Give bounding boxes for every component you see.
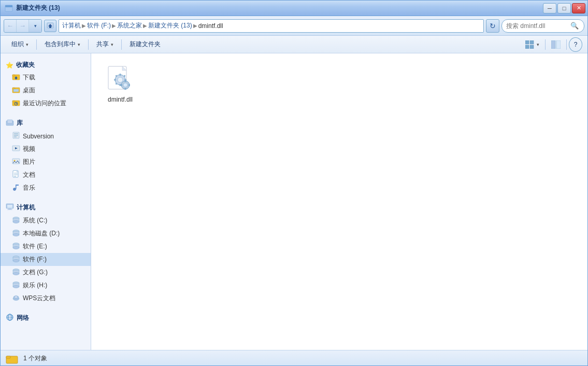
toolbar-divider-2: [88, 39, 89, 50]
breadcrumb-part-3[interactable]: 系统之家: [117, 21, 142, 30]
sidebar-item-h-drive[interactable]: 娱乐 (H:): [1, 279, 91, 292]
breadcrumb-part-4[interactable]: 新建文件夹 (13): [148, 21, 192, 30]
share-label: 共享: [96, 40, 109, 49]
organize-label: 组织: [11, 40, 24, 49]
document-icon: [12, 170, 20, 180]
svg-rect-1: [5, 5, 12, 7]
picture-lib-icon: [12, 157, 20, 165]
toolbar: 组织 ▾ 包含到库中 ▾ 共享 ▾ 新建文件夹 ▾ ?: [1, 36, 587, 53]
new-folder-label: 新建文件夹: [130, 40, 161, 49]
title-bar-controls: ─ □ ✕: [543, 3, 585, 13]
favorites-label: 收藏夹: [16, 61, 35, 69]
svg-rect-8: [551, 40, 555, 49]
dropdown-nav-button[interactable]: ▾: [29, 20, 41, 32]
up-button[interactable]: [44, 20, 56, 32]
sidebar-item-e-drive[interactable]: 软件 (E:): [1, 240, 91, 253]
desktop-label: 桌面: [23, 86, 35, 95]
video-icon: [12, 144, 20, 154]
disk-icon-e: [12, 242, 20, 250]
file-item-dmintf[interactable]: dmintf.dll: [99, 62, 141, 107]
svg-point-51: [13, 247, 19, 249]
title-bar-left: 新建文件夹 (13): [5, 4, 60, 12]
computer-icon: [6, 203, 14, 211]
document-lib-icon: [12, 170, 20, 178]
network-section-icon: [6, 313, 14, 323]
svg-point-73: [118, 77, 123, 82]
music-label: 音乐: [23, 184, 35, 192]
f-drive-label: 软件 (F:): [23, 255, 47, 264]
sidebar-item-f-drive[interactable]: 软件 (F:): [1, 253, 91, 266]
toolbar-divider-4: [545, 39, 546, 50]
include-library-label: 包含到库中: [45, 40, 76, 49]
breadcrumb[interactable]: 计算机 ▶ 软件 (F:) ▶ 系统之家 ▶ 新建文件夹 (13) ▶ dmin…: [59, 19, 484, 33]
breadcrumb-part-2[interactable]: 软件 (F:): [87, 21, 111, 30]
svg-rect-84: [125, 80, 126, 82]
status-bar: 1 个对象: [1, 350, 587, 366]
disk-icon-d: [12, 229, 20, 237]
search-icon: 🔍: [570, 22, 579, 30]
sidebar-item-subversion[interactable]: Subversion: [1, 130, 91, 143]
search-input[interactable]: [506, 22, 568, 30]
help-button[interactable]: ?: [569, 37, 582, 52]
svg-rect-7: [530, 45, 534, 49]
e-drive-label: 软件 (E:): [23, 242, 47, 251]
sidebar-item-g-drive[interactable]: 文档 (G:): [1, 266, 91, 279]
sidebar-item-wps[interactable]: WPS云文档: [1, 292, 91, 305]
refresh-button[interactable]: ↻: [486, 19, 499, 33]
sidebar-item-music[interactable]: 音乐: [1, 181, 91, 194]
svg-rect-17: [12, 101, 15, 102]
network-icon: [6, 313, 14, 321]
window-title: 新建文件夹 (13): [16, 4, 60, 12]
status-count: 1 个对象: [23, 354, 47, 363]
include-dropdown-arrow: ▾: [78, 42, 80, 47]
sidebar-item-d-drive[interactable]: 本地磁盘 (D:): [1, 227, 91, 240]
minimize-button[interactable]: ─: [543, 3, 556, 13]
preview-pane-button[interactable]: [548, 37, 564, 52]
d-drive-icon: [12, 229, 20, 238]
f-drive-icon: [12, 255, 20, 264]
sidebar-item-picture[interactable]: 图片: [1, 156, 91, 168]
svg-point-64: [15, 295, 18, 299]
organize-dropdown-arrow: ▾: [26, 42, 28, 47]
svg-rect-87: [128, 85, 130, 86]
view-icon: [525, 40, 535, 49]
dll-file-icon: [106, 65, 135, 94]
share-button[interactable]: 共享 ▾: [91, 37, 119, 52]
sidebar-sep-3: [1, 305, 91, 310]
svg-rect-89: [6, 356, 10, 358]
maximize-button[interactable]: □: [557, 3, 571, 13]
new-folder-button[interactable]: 新建文件夹: [124, 37, 166, 52]
recent-label: 最近访问的位置: [23, 99, 66, 108]
sidebar-item-recent[interactable]: 最近访问的位置: [1, 97, 91, 110]
main-layout: ⭐ 收藏夹 下载 桌面: [1, 53, 587, 350]
status-folder-icon: [6, 354, 18, 364]
view-button[interactable]: ▾: [522, 37, 543, 52]
window-icon: [5, 4, 13, 12]
svg-point-45: [13, 221, 19, 223]
share-dropdown-arrow: ▾: [111, 42, 113, 47]
svg-point-36: [13, 188, 16, 191]
breadcrumb-part-1[interactable]: 计算机: [62, 21, 81, 30]
sidebar-item-download[interactable]: 下载: [1, 71, 91, 84]
c-drive-icon: [12, 216, 20, 226]
svg-point-48: [13, 234, 19, 236]
include-library-button[interactable]: 包含到库中 ▾: [39, 37, 86, 52]
breadcrumb-arrow-4: ▶: [193, 23, 197, 29]
favorites-icon: ⭐: [6, 62, 13, 69]
sidebar-item-c-drive[interactable]: 系统 (C:): [1, 214, 91, 227]
close-button[interactable]: ✕: [572, 3, 585, 13]
back-button[interactable]: ←: [4, 20, 17, 32]
sidebar-item-video[interactable]: 视频: [1, 143, 91, 156]
library-section-icon: [6, 118, 14, 126]
organize-button[interactable]: 组织 ▾: [6, 37, 34, 52]
sidebar-item-desktop[interactable]: 桌面: [1, 84, 91, 97]
file-label-dmintf: dmintf.dll: [108, 96, 133, 103]
svg-rect-42: [7, 209, 12, 210]
forward-button[interactable]: →: [17, 20, 29, 32]
disk-icon-g: [12, 268, 20, 276]
sidebar-item-document[interactable]: 文档: [1, 168, 91, 181]
svg-rect-15: [13, 89, 19, 92]
wps-cloud-icon: [12, 293, 20, 302]
svg-point-60: [13, 286, 19, 288]
breadcrumb-part-5: dmintf.dll: [198, 22, 223, 30]
